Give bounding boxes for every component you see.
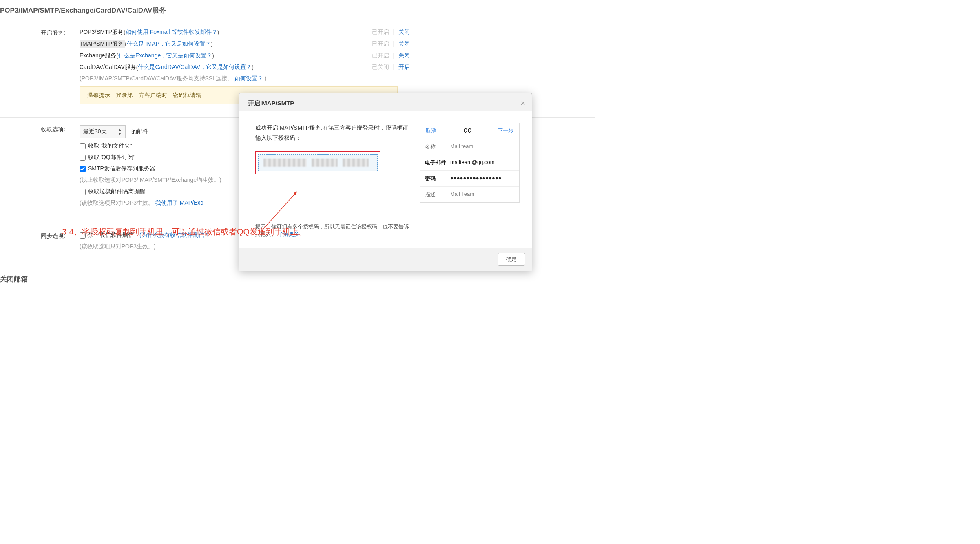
receive-range-select[interactable]: 最近30天 ▲▼ — [80, 125, 126, 138]
receive-subscribe-checkbox[interactable] — [80, 155, 86, 161]
service-imap-status: 已开启 — [372, 40, 389, 47]
service-pop3-status: 已开启 — [372, 29, 389, 35]
service-carddav-action[interactable]: 开启 — [398, 64, 410, 70]
service-carddav-name: CardDAV/CalDAV服务 — [80, 64, 136, 71]
service-imap-action[interactable]: 关闭 — [398, 40, 410, 47]
receive-subscribe-label: 收取"QQ邮件订阅" — [88, 154, 135, 161]
chevron-down-icon: ▲▼ — [118, 128, 122, 136]
spam-reminder-checkbox[interactable] — [80, 189, 86, 195]
service-exchange-status: 已开启 — [372, 52, 389, 59]
phone-cancel-button[interactable]: 取消 — [420, 123, 440, 139]
receive-myfolder-checkbox[interactable] — [80, 143, 86, 149]
smtp-save-checkbox[interactable] — [80, 166, 86, 172]
receive-myfolder-label: 收取"我的文件夹" — [88, 142, 132, 150]
close-icon[interactable]: × — [520, 99, 525, 107]
phone-name-key: 名称 — [425, 143, 450, 150]
phone-desc-val: Mail Team — [450, 191, 514, 198]
service-exchange: Exchange服务 ( 什么是Exchange，它又是如何设置？ ) 已开启 … — [80, 52, 595, 60]
phone-email-key: 电子邮件 — [425, 159, 450, 166]
spam-reminder-label: 收取垃圾邮件隔离提醒 — [88, 188, 145, 195]
imap-smtp-dialog: 开启IMAP/SMTP × 成功开启IMAP/SMTP服务,在第三方客户端登录时… — [239, 93, 532, 271]
ssl-setup-link[interactable]: 如何设置？ — [234, 75, 263, 82]
service-exchange-action[interactable]: 关闭 — [398, 52, 410, 59]
section-title: POP3/IMAP/SMTP/Exchange/CardDAV/CalDAV服务 — [0, 0, 595, 21]
service-exchange-name: Exchange服务 — [80, 52, 116, 60]
service-imap-name: IMAP/SMTP服务 — [80, 40, 125, 48]
dialog-title: 开启IMAP/SMTP — [248, 100, 294, 107]
service-pop3-action[interactable]: 关闭 — [398, 29, 410, 35]
receive-hint2-link[interactable]: 我使用了IMAP/Exc — [155, 199, 203, 206]
authcode-masked — [343, 159, 369, 167]
service-imap-help-link[interactable]: 什么是 IMAP，它又是如何设置？ — [127, 40, 211, 48]
service-imap: IMAP/SMTP服务 ( 什么是 IMAP，它又是如何设置？ ) 已开启 | … — [80, 40, 595, 48]
ssl-note: (POP3/IMAP/SMTP/CardDAV/CalDAV服务均支持SSL连接… — [80, 75, 595, 82]
phone-email-val: mailteam@qq.com — [450, 159, 514, 166]
ok-button[interactable]: 确定 — [498, 253, 525, 266]
authcode-highlight-box — [255, 151, 380, 174]
service-exchange-help-link[interactable]: 什么是Exchange，它又是如何设置？ — [118, 52, 212, 60]
open-services-label: 开启服务: — [41, 29, 80, 37]
receive-options-label: 收取选项: — [41, 125, 80, 133]
authcode-masked — [312, 159, 338, 167]
phone-preview: 取消 QQ 下一步 名称 Mail team 电子邮件 mailteam@qq.… — [420, 123, 520, 203]
phone-title: QQ — [440, 123, 495, 139]
smtp-save-label: SMTP发信后保存到服务器 — [88, 165, 155, 172]
service-pop3-name: POP3/SMTP服务 — [80, 29, 124, 36]
service-carddav-status: 已关闭 — [372, 64, 389, 70]
annotation-text: 3-4、将授权码复制到手机里，可以通过微信或者QQ发送到手机上。 — [62, 226, 307, 237]
phone-pwd-val: ●●●●●●●●●●●●●●●● — [450, 175, 514, 182]
authcode-field[interactable] — [258, 154, 378, 171]
authcode-masked — [263, 159, 307, 167]
phone-next-button[interactable]: 下一步 — [495, 123, 519, 139]
service-pop3-help-link[interactable]: 如何使用 Foxmail 等软件收发邮件？ — [126, 29, 217, 36]
service-carddav: CardDAV/CalDAV服务 ( 什么是CardDAV/CalDAV，它又是… — [80, 64, 595, 71]
phone-desc-key: 描述 — [425, 191, 450, 198]
service-carddav-help-link[interactable]: 什么是CardDAV/CalDAV，它又是如何设置？ — [138, 64, 252, 71]
service-pop3: POP3/SMTP服务 ( 如何使用 Foxmail 等软件收发邮件？ ) 已开… — [80, 29, 595, 36]
phone-name-val: Mail team — [450, 143, 514, 150]
phone-pwd-key: 密码 — [425, 175, 450, 182]
dialog-body-text: 成功开启IMAP/SMTP服务,在第三方客户端登录时，密码框请输入以下授权码： — [255, 123, 409, 143]
